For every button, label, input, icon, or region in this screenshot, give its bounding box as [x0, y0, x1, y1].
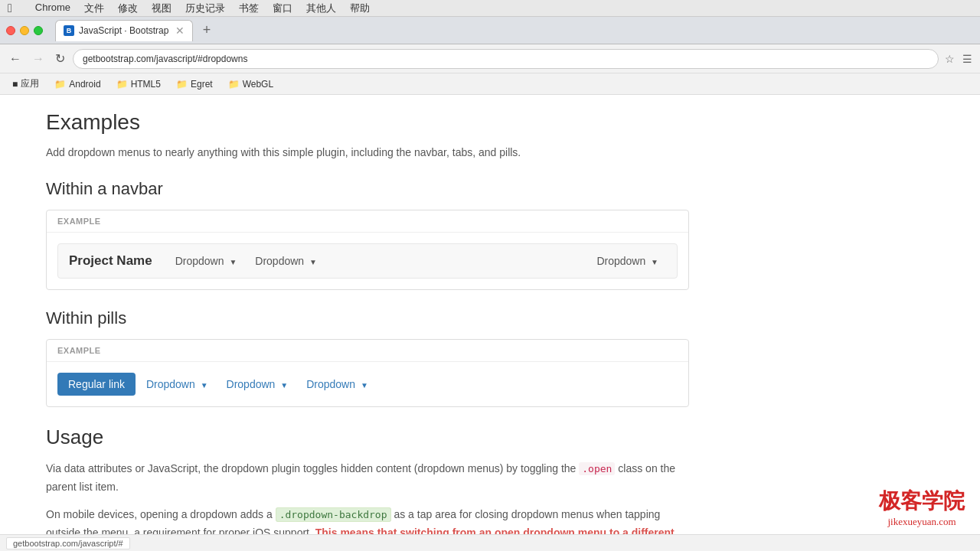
egret-folder-icon: 📁	[176, 79, 188, 90]
pills-dropdown1-caret: ▼	[201, 381, 208, 390]
navbar-dropdown3-button[interactable]: Dropdown ▼	[589, 250, 666, 272]
nav-bar: ← → ↻ getbootstrap.com/javascript/#dropd…	[0, 44, 980, 73]
navbar-left-links: Dropdown ▼ Dropdown ▼	[168, 250, 590, 272]
chrome-menu-item[interactable]: Chrome	[35, 2, 70, 15]
dropdown2-caret: ▼	[309, 258, 317, 266]
open-class-code: .open	[579, 462, 615, 475]
page-content: Examples Add dropdown menus to nearly an…	[0, 95, 735, 534]
nav-icons: ☆ ☰	[943, 51, 974, 67]
menu-icon[interactable]: ☰	[961, 51, 974, 67]
others-menu-item[interactable]: 其他人	[306, 2, 336, 15]
bookmark-webgl[interactable]: 📁 WebGL	[222, 77, 279, 91]
navbar-example-content: Project Name Dropdown ▼ Dropdown ▼ Dropd…	[47, 233, 688, 289]
navbar-brand: Project Name	[69, 253, 152, 269]
bookmark-android[interactable]: 📁 Android	[48, 77, 106, 91]
demo-pills: Regular link Dropdown ▼ Dropdown ▼ Dropd…	[57, 373, 678, 396]
new-tab-button[interactable]: +	[196, 20, 217, 41]
bookmarks-menu-item[interactable]: 书签	[239, 2, 259, 15]
usage-paragraph1: Via data attributes or JavaScript, the d…	[46, 460, 689, 497]
pills-dropdown1-button[interactable]: Dropdown ▼	[139, 373, 216, 396]
usage-paragraph2: On mobile devices, opening a dropdown ad…	[46, 506, 689, 534]
bookmark-egret[interactable]: 📁 Egret	[170, 77, 219, 91]
within-navbar-heading: Within a navbar	[46, 179, 689, 199]
bookmark-html5-label: HTML5	[131, 79, 161, 90]
history-menu-item[interactable]: 历史记录	[185, 2, 225, 15]
usage-desc1-pre: Via data attributes or JavaScript, the d…	[46, 462, 576, 474]
example-label-pills: EXAMPLE	[47, 340, 688, 362]
html5-folder-icon: 📁	[116, 79, 128, 90]
usage-desc2-pre: On mobile devices, opening a dropdown ad…	[46, 508, 273, 520]
usage-heading: Usage	[46, 425, 689, 449]
webgl-folder-icon: 📁	[228, 79, 240, 90]
file-menu-item[interactable]: 文件	[84, 2, 104, 15]
forward-button[interactable]: →	[29, 49, 47, 69]
reload-button[interactable]: ↻	[52, 48, 68, 69]
maximize-window-button[interactable]	[34, 26, 43, 35]
navbar-dropdown1-button[interactable]: Dropdown ▼	[168, 250, 245, 272]
watermark-line2: jikexueyuan.com	[879, 516, 965, 528]
watermark-line1: 极客学院	[879, 487, 965, 516]
window-controls	[6, 26, 43, 35]
tab-area: B JavaScript · Bootstrap ✕ +	[55, 20, 974, 41]
address-url: getbootstrap.com/javascript/#dropdowns	[83, 54, 247, 64]
bookmarks-bar: ■ 应用 📁 Android 📁 HTML5 📁 Egret 📁 WebGL	[0, 73, 980, 95]
pills-dropdown3-button[interactable]: Dropdown ▼	[299, 373, 376, 396]
bookmark-html5[interactable]: 📁 HTML5	[110, 77, 167, 91]
watermark: 极客学院 jikexueyuan.com	[879, 487, 965, 528]
chrome-tab-bar: B JavaScript · Bootstrap ✕ +	[0, 17, 980, 44]
demo-navbar: Project Name Dropdown ▼ Dropdown ▼ Dropd…	[57, 243, 678, 279]
android-folder-icon: 📁	[54, 79, 66, 90]
edit-menu-item[interactable]: 修改	[118, 2, 138, 15]
navbar-example-box: EXAMPLE Project Name Dropdown ▼ Dropdown…	[46, 210, 689, 290]
help-menu-item[interactable]: 帮助	[350, 2, 370, 15]
bookmark-apps[interactable]: ■ 应用	[6, 76, 45, 92]
pills-example-content: Regular link Dropdown ▼ Dropdown ▼ Dropd…	[47, 362, 688, 406]
examples-heading: Examples	[46, 110, 689, 135]
navbar-right-links: Dropdown ▼	[589, 250, 666, 272]
pills-dropdown2-caret: ▼	[280, 381, 288, 390]
bookmark-egret-label: Egret	[191, 79, 213, 90]
bookmark-webgl-label: WebGL	[243, 79, 273, 90]
dropdown3-caret: ▼	[651, 258, 658, 266]
minimize-window-button[interactable]	[20, 26, 29, 35]
dropdown-backdrop-code: .dropdown-backdrop	[276, 507, 391, 522]
address-bar[interactable]: getbootstrap.com/javascript/#dropdowns	[73, 49, 939, 69]
pills-example-box: EXAMPLE Regular link Dropdown ▼ Dropdown…	[46, 339, 689, 407]
back-button[interactable]: ←	[6, 49, 24, 69]
close-window-button[interactable]	[6, 26, 15, 35]
apple-logo: 	[8, 2, 12, 15]
within-pills-heading: Within pills	[46, 308, 689, 328]
window-menu-item[interactable]: 窗口	[273, 2, 292, 15]
pills-dropdown3-caret: ▼	[361, 381, 368, 390]
pills-regular-link[interactable]: Regular link	[57, 373, 136, 396]
view-menu-item[interactable]: 视图	[152, 2, 172, 15]
tab-title: JavaScript · Bootstrap	[79, 25, 168, 36]
tab-favicon: B	[64, 25, 74, 36]
mac-title-bar:  Chrome 文件 修改 视图 历史记录 书签 窗口 其他人 帮助	[0, 0, 980, 17]
bookmark-android-label: Android	[69, 79, 100, 90]
navbar-dropdown2-button[interactable]: Dropdown ▼	[247, 250, 325, 272]
pills-dropdown2-button[interactable]: Dropdown ▼	[219, 373, 296, 396]
apps-folder-icon: ■	[12, 79, 18, 90]
mac-menu[interactable]: Chrome 文件 修改 视图 历史记录 书签 窗口 其他人 帮助	[35, 2, 370, 15]
example-label-navbar: EXAMPLE	[47, 210, 688, 233]
examples-desc: Add dropdown menus to nearly anything wi…	[46, 144, 689, 161]
browser-tab[interactable]: B JavaScript · Bootstrap ✕	[55, 20, 193, 41]
star-icon[interactable]: ☆	[943, 51, 956, 67]
tab-close-button[interactable]: ✕	[175, 24, 185, 37]
dropdown1-caret: ▼	[229, 258, 237, 266]
bookmark-apps-label: 应用	[21, 77, 39, 90]
